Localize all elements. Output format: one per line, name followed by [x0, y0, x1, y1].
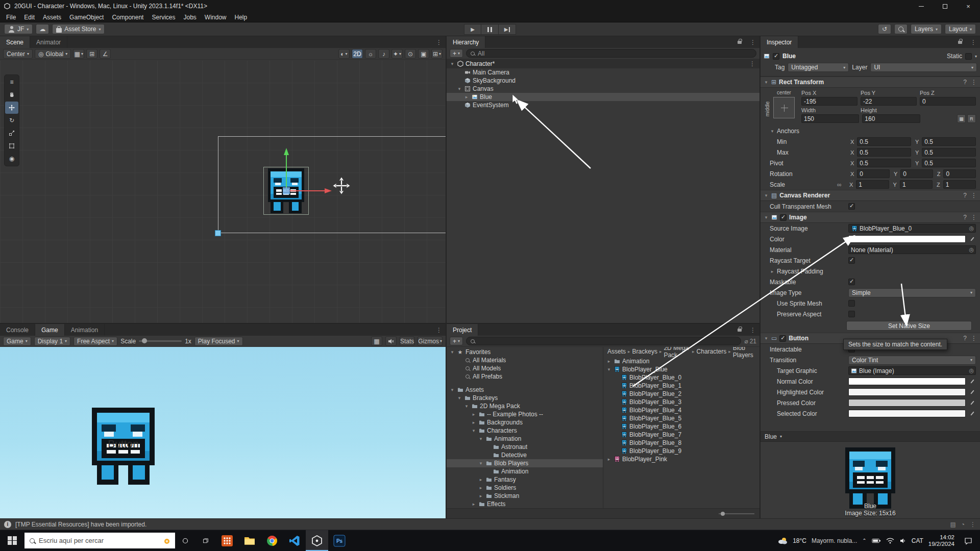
foldout-icon[interactable]: ▾	[764, 193, 769, 198]
breadcrumb-characters[interactable]: Characters	[697, 348, 727, 355]
volume-icon[interactable]	[899, 538, 906, 544]
cortana-button[interactable]	[175, 530, 195, 551]
folder-all-materials[interactable]: All Materials	[447, 356, 603, 364]
menu-edit[interactable]: Edit	[20, 12, 39, 22]
anchors-max-y-field[interactable]: 0.5	[922, 148, 976, 157]
undo-history-button[interactable]: ↺	[878, 24, 891, 34]
scale-slider[interactable]	[139, 340, 182, 342]
action-center-button[interactable]	[960, 530, 977, 551]
foldout-icon[interactable]: ▾	[764, 215, 769, 220]
kebab-icon[interactable]: ⋮	[971, 214, 977, 221]
normal-color-swatch[interactable]	[848, 378, 966, 385]
menu-component[interactable]: Component	[108, 12, 148, 22]
view-tab-game[interactable]: Game	[35, 324, 65, 336]
weather-desc[interactable]: Mayorm. nubla...	[812, 537, 857, 544]
status-message[interactable]: [TMP Essential Resources] have been impo…	[15, 521, 146, 528]
foldout-icon[interactable]: ▾	[450, 61, 455, 66]
taskbar-vscode[interactable]	[283, 530, 306, 551]
gizmos-dropdown[interactable]: Gizmos▾	[418, 336, 443, 346]
kebab-icon[interactable]: ⋮	[971, 192, 977, 199]
display-dropdown[interactable]: Display 1▾	[34, 337, 70, 346]
source-image-object-field[interactable]: BlobPlayer_Blue_0◎	[848, 224, 976, 233]
tool-handle-rotation-dropdown[interactable]: ◎ Global▾	[35, 49, 71, 59]
breadcrumb-assets[interactable]: Assets	[607, 348, 626, 355]
status-icon-cache[interactable]: ▤	[950, 521, 955, 528]
rotate-tool[interactable]: ↻	[5, 114, 18, 127]
scale-z-field[interactable]: 1	[943, 180, 976, 189]
lock-button[interactable]	[733, 324, 746, 336]
scene-menu-icon[interactable]: ⋮	[749, 60, 760, 67]
canvas-corner-handle[interactable]	[215, 230, 221, 236]
folder-animation[interactable]: ▾Animation	[447, 435, 603, 443]
folder-animation[interactable]: Animation	[447, 467, 603, 475]
view-tab-console[interactable]: Console	[0, 324, 35, 336]
hierarchy-item-eventsystem[interactable]: EventSystem	[447, 101, 760, 109]
hierarchy-item-canvas[interactable]: ▾Canvas	[447, 85, 760, 93]
foldout-icon[interactable]: ▸	[471, 502, 476, 507]
foldout-icon[interactable]: ▾	[450, 387, 455, 392]
foldout-icon[interactable]: ▸	[464, 94, 469, 99]
eyedropper-icon[interactable]	[970, 236, 976, 243]
active-checkbox[interactable]	[773, 53, 779, 60]
foldout-icon[interactable]: ▸	[478, 485, 483, 490]
help-icon[interactable]: ?	[963, 192, 967, 199]
grid-visibility-dropdown[interactable]: ⊞▾	[431, 49, 443, 59]
foldout-icon[interactable]: ▸	[478, 477, 483, 482]
view-tab-animation[interactable]: Animation	[65, 324, 105, 336]
tab-hierarchy[interactable]: Hierarchy	[447, 36, 485, 48]
object-picker-icon[interactable]: ◎	[969, 367, 974, 374]
pivot-x-field[interactable]: 0.5	[857, 159, 911, 167]
target-graphic-object-field[interactable]: Blue (Image) ◎	[848, 366, 976, 375]
foldout-icon[interactable]: ▾	[764, 80, 769, 85]
folder-2d-mega-pack[interactable]: ▾2D Mega Pack	[447, 402, 603, 410]
asset-blobplayer-blue-0[interactable]: BlobPlayer_Blue_0	[603, 373, 760, 382]
hidden-packages-toggle[interactable]: ⌀ 21	[744, 338, 756, 345]
close-button[interactable]: ×	[957, 0, 980, 12]
asset-store-dropdown[interactable]: Asset Store ▾	[52, 24, 105, 34]
image-type-dropdown[interactable]: Simple▾	[848, 288, 976, 297]
rotate-snap-button[interactable]: ∠	[100, 49, 111, 59]
maskable-checkbox[interactable]	[848, 279, 855, 285]
asset-blobplayer-blue-1[interactable]: BlobPlayer_Blue_1	[603, 382, 760, 390]
create-object-dropdown[interactable]: +▾	[450, 49, 463, 58]
highlighted-color-swatch[interactable]	[848, 388, 966, 396]
preview-selector-dropdown[interactable]: Blue	[765, 433, 777, 440]
foldout-icon[interactable]: ▸	[770, 269, 775, 274]
taskbar-clock[interactable]: 14:02 19/2/2024	[928, 534, 954, 547]
foldout-icon[interactable]: ▾	[764, 336, 769, 341]
eyedropper-icon[interactable]	[970, 378, 976, 385]
foldout-icon[interactable]: ▸	[606, 457, 611, 462]
folder-backgrounds[interactable]: ▸Backgrounds	[447, 418, 603, 427]
selected-color-swatch[interactable]	[848, 410, 966, 417]
help-icon[interactable]: ?	[963, 79, 967, 86]
taskbar-app-store[interactable]	[216, 530, 238, 551]
tool-handle-pivot-dropdown[interactable]: Center▾	[3, 49, 33, 59]
hierarchy-search-field[interactable]: All	[466, 49, 756, 58]
icon-size-slider[interactable]	[719, 513, 754, 514]
folder-stickman[interactable]: ▸Stickman	[447, 492, 603, 500]
taskbar-unity[interactable]	[306, 530, 328, 551]
tab-inspector[interactable]: Inspector	[761, 36, 798, 48]
language-indicator[interactable]: CAT	[912, 537, 923, 544]
search-button[interactable]	[894, 24, 908, 34]
help-icon[interactable]: ?	[963, 214, 967, 221]
play-button[interactable]: ▶	[464, 24, 481, 35]
foldout-icon[interactable]: ▾	[478, 461, 483, 466]
asset-blobplayer-blue-5[interactable]: BlobPlayer_Blue_5	[603, 414, 760, 422]
blueprint-mode-button[interactable]: ▦	[957, 114, 966, 123]
help-icon[interactable]: ?	[963, 335, 967, 342]
eyedropper-icon[interactable]	[970, 389, 976, 396]
width-field[interactable]: 150	[801, 114, 859, 123]
layers-dropdown[interactable]: Layers ▾	[911, 24, 942, 34]
panel-menu-button[interactable]: ⋮	[432, 324, 446, 336]
scene-visibility-toggle[interactable]: ⊙	[405, 49, 416, 59]
start-button[interactable]	[0, 530, 24, 551]
play-focused-dropdown[interactable]: Play Focused▾	[194, 337, 243, 346]
anchors-max-x-field[interactable]: 0.5	[857, 148, 911, 157]
snap-increment-button[interactable]: ⊞	[86, 49, 97, 59]
eyedropper-icon[interactable]	[970, 410, 976, 417]
uniform-scale-link-icon[interactable]: ∞	[837, 181, 845, 188]
menu-gameobject[interactable]: GameObject	[65, 12, 108, 22]
rotation-x-field[interactable]: 0	[857, 169, 890, 178]
menu-services[interactable]: Services	[148, 12, 179, 22]
